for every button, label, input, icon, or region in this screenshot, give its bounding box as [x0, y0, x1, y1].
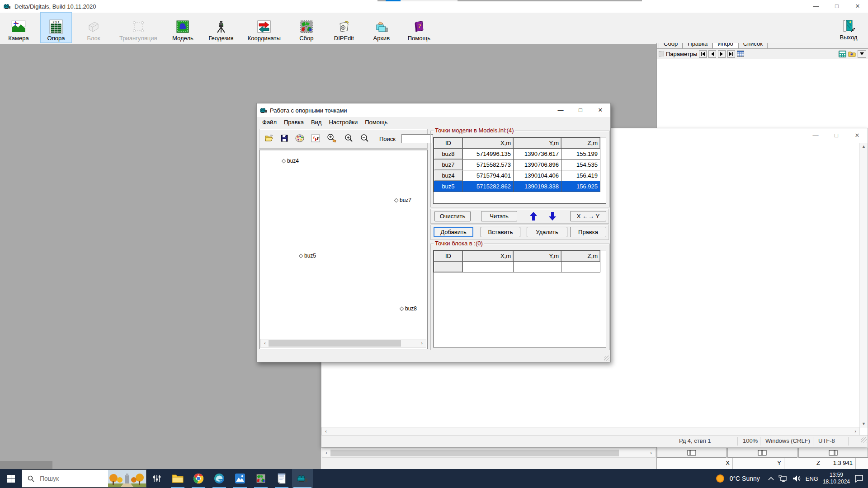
toolbar-button-camera[interactable]: Камера — [3, 12, 34, 43]
close-button[interactable]: ✕ — [847, 0, 868, 13]
scroll-right-icon[interactable]: › — [851, 427, 859, 436]
language-indicator[interactable]: ENG — [806, 475, 818, 482]
volume-icon[interactable] — [793, 475, 801, 482]
palette-icon[interactable] — [295, 134, 305, 144]
scroll-right-icon[interactable]: › — [647, 449, 655, 457]
weather-sun-icon[interactable] — [715, 474, 725, 483]
scrollbar-thumb[interactable] — [269, 340, 401, 347]
point-id-cell[interactable]: buz7 — [434, 160, 463, 170]
menu-file[interactable]: Файл — [259, 119, 280, 126]
parameters-checkbox[interactable] — [659, 51, 664, 56]
map-horizontal-scrollbar[interactable]: ‹ › — [260, 339, 426, 348]
minimize-button[interactable]: — — [551, 103, 571, 117]
toolbar-button-triangulation[interactable]: Триангуляция — [115, 12, 161, 43]
column-header[interactable]: Y,m — [514, 251, 561, 262]
taskbar-search-box[interactable] — [22, 469, 146, 488]
x-cell[interactable]: 5714996.135 — [463, 149, 514, 160]
maximize-button[interactable]: □ — [571, 103, 590, 117]
toolbar-button-model[interactable]: Модель — [167, 12, 198, 43]
table-row[interactable]: buz7 5715582.573 1390706.896 154.535 — [434, 160, 600, 170]
open-file-icon[interactable] — [264, 134, 274, 144]
read-button[interactable]: Читать — [481, 211, 517, 221]
column-header[interactable]: X,m — [463, 138, 514, 149]
column-header[interactable]: X,m — [463, 251, 514, 262]
points-map-panel[interactable]: buz4 buz7 buz5 buz8 ‹ › — [259, 150, 428, 349]
z-cell[interactable]: 155.199 — [561, 149, 600, 160]
menu-settings[interactable]: Настройки — [325, 119, 361, 126]
taskbar-photos[interactable] — [230, 469, 250, 488]
toolbar-button-dipedit[interactable]: DIPEdit — [328, 12, 360, 43]
toolbar-button-opora[interactable]: x y z Опора — [40, 12, 72, 43]
scroll-left-icon[interactable]: ‹ — [261, 339, 269, 347]
point-id-cell[interactable]: buz4 — [434, 170, 463, 181]
maximize-button[interactable]: □ — [826, 0, 847, 13]
swap-xy-button[interactable]: X ←→ Y — [570, 211, 606, 221]
collector-horizontal-scrollbar[interactable]: ‹ › — [322, 449, 656, 458]
x-cell[interactable]: 5715582.573 — [463, 160, 514, 170]
calculator-icon[interactable] — [839, 51, 846, 57]
map-point[interactable]: buz5 — [299, 253, 316, 259]
weather-text[interactable]: 0°C Sunny — [730, 475, 760, 482]
clear-button[interactable]: Очистить — [434, 211, 471, 221]
tab-info[interactable]: Инфо — [712, 43, 738, 48]
move-down-icon[interactable] — [547, 211, 557, 223]
layout-left-pane-button[interactable] — [657, 448, 726, 458]
network-icon[interactable] — [778, 475, 788, 483]
resize-grip[interactable] — [861, 437, 867, 443]
prev-record-button[interactable] — [708, 50, 716, 58]
taskbar-chrome[interactable] — [188, 469, 209, 488]
toolbar-button-collect[interactable]: Сбор — [291, 12, 322, 43]
toolbar-button-archive[interactable]: Архив — [366, 12, 397, 43]
taskbar-gis-map[interactable] — [250, 469, 271, 488]
table-row-selected[interactable]: buz5 5715282.862 1390198.338 156.925 — [434, 181, 600, 192]
map-point[interactable]: buz8 — [400, 305, 417, 312]
scrollbar-thumb[interactable] — [330, 450, 619, 456]
point-id-cell[interactable] — [434, 262, 463, 272]
column-header[interactable]: ID — [434, 138, 463, 149]
notepad-horizontal-scrollbar[interactable]: ‹ › — [321, 427, 860, 436]
column-header[interactable]: ID — [434, 251, 463, 262]
task-view-button[interactable] — [146, 469, 167, 488]
taskbar-delta-digitals[interactable] — [292, 469, 313, 488]
toolbar-button-exit[interactable]: Выход — [833, 11, 864, 42]
last-record-button[interactable] — [727, 50, 735, 58]
z-cell[interactable]: 156.925 — [561, 181, 600, 192]
dropdown-button[interactable] — [858, 50, 866, 58]
map-point[interactable]: buz4 — [282, 158, 299, 164]
action-center-icon[interactable] — [854, 474, 863, 483]
table-row[interactable]: buz4 5715794.401 1390104.406 156.419 — [434, 170, 600, 181]
x-cell[interactable]: 5715282.862 — [463, 181, 514, 192]
toolbar-button-geodesy[interactable]: Геодезия — [204, 12, 237, 43]
save-icon[interactable] — [280, 134, 289, 144]
menu-view[interactable]: Вид — [307, 119, 326, 126]
edit-button[interactable]: Правка — [570, 227, 606, 237]
zoom-in-icon[interactable] — [344, 133, 354, 145]
y-cell[interactable]: 1390706.896 — [514, 160, 561, 170]
table-row[interactable]: buz8 5714996.135 1390736.617 155.199 — [434, 149, 600, 160]
start-button[interactable] — [0, 469, 22, 488]
y-cell[interactable]: 1390736.617 — [514, 149, 561, 160]
point-search-input[interactable] — [401, 134, 433, 143]
toolbar-button-coordinates[interactable]: Координаты — [244, 12, 285, 43]
minimize-button[interactable]: — — [806, 0, 826, 13]
column-header[interactable]: Z,m — [561, 138, 600, 149]
y-cell[interactable]: 1390104.406 — [514, 170, 561, 181]
tab-spisok[interactable]: Список — [738, 43, 768, 48]
insert-button[interactable]: Вставить — [481, 227, 520, 237]
notepad-vertical-scrollbar[interactable]: ▲ ▼ — [859, 143, 868, 428]
map-point[interactable]: buz7 — [395, 197, 411, 203]
y-cell[interactable] — [514, 262, 561, 272]
table-row-empty[interactable] — [434, 262, 600, 272]
x-cell[interactable]: 5715794.401 — [463, 170, 514, 181]
minimize-button[interactable]: — — [805, 128, 826, 143]
first-record-button[interactable] — [699, 50, 707, 58]
layout-right-pane-button[interactable] — [798, 448, 868, 458]
scroll-down-icon[interactable]: ▼ — [860, 420, 868, 428]
move-up-icon[interactable] — [528, 211, 538, 223]
taskbar-file-explorer[interactable] — [167, 469, 188, 488]
scroll-left-icon[interactable]: ‹ — [322, 449, 330, 457]
close-button[interactable]: ✕ — [847, 128, 868, 143]
column-header[interactable]: Z,m — [561, 251, 600, 262]
z-cell[interactable]: 156.419 — [561, 170, 600, 181]
add-button[interactable]: Добавить — [434, 227, 473, 237]
